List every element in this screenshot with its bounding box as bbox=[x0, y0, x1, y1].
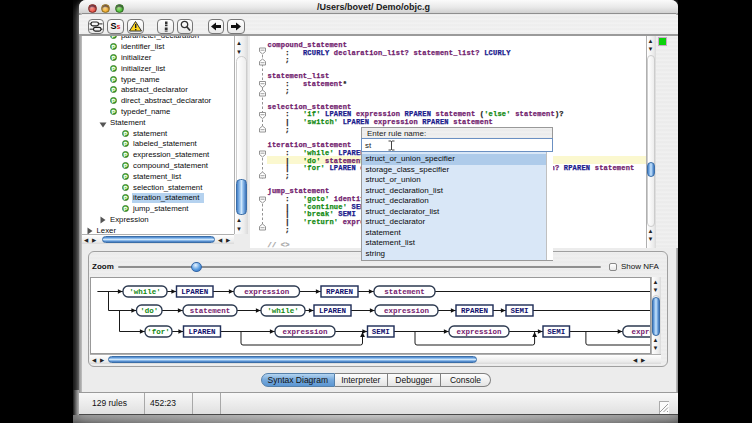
svg-text:statement: statement bbox=[190, 307, 231, 315]
svg-text:SEMI: SEMI bbox=[510, 307, 528, 315]
svg-text:LPAREN: LPAREN bbox=[188, 328, 215, 336]
svg-text:'for': 'for' bbox=[147, 328, 170, 336]
svg-text:LPAREN: LPAREN bbox=[319, 307, 346, 315]
svg-text:RPAREN: RPAREN bbox=[326, 288, 353, 296]
svg-text:statement: statement bbox=[384, 288, 425, 296]
svg-text:'do': 'do' bbox=[140, 307, 158, 315]
svg-text:expression: expression bbox=[456, 328, 502, 336]
svg-text:expression: expression bbox=[282, 328, 328, 336]
svg-text:expre: expre bbox=[632, 328, 651, 336]
svg-text:expression: expression bbox=[384, 307, 430, 315]
svg-text:SEMI: SEMI bbox=[372, 328, 390, 336]
svg-text:SEMI: SEMI bbox=[547, 328, 565, 336]
svg-text:'while': 'while' bbox=[267, 307, 299, 315]
svg-text:expression: expression bbox=[244, 288, 290, 296]
svg-text:LPAREN: LPAREN bbox=[181, 288, 208, 296]
svg-text:RPAREN: RPAREN bbox=[461, 307, 488, 315]
svg-text:'while': 'while' bbox=[129, 288, 161, 296]
